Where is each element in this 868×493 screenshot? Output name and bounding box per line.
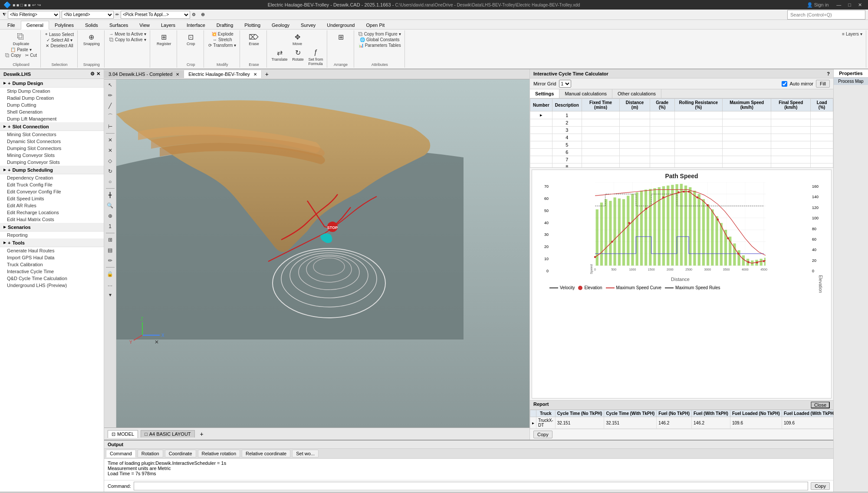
tab-survey[interactable]: Survey	[295, 21, 321, 29]
tab-close-1[interactable]: ✕	[176, 72, 179, 77]
tool-cursor[interactable]: ↖	[105, 80, 115, 90]
fill-button[interactable]: Fill	[816, 80, 830, 88]
tab-surfaces[interactable]: Surfaces	[104, 21, 134, 29]
report-copy-button[interactable]: Copy	[533, 431, 552, 438]
sidebar-item-dump-cutting[interactable]: Dump Cutting	[0, 101, 104, 108]
output-tab-rotation[interactable]: Rotation	[138, 450, 163, 457]
output-tab-set-wo[interactable]: Set wo...	[292, 450, 319, 457]
sidebar-item-mining-conveyor[interactable]: Mining Conveyor Slots	[0, 152, 104, 159]
cut-button[interactable]: ✂ Cut	[23, 52, 39, 58]
sidebar-item-shell-gen[interactable]: Shell Generation	[0, 108, 104, 115]
add-tab-button[interactable]: +	[197, 430, 206, 438]
tool-1[interactable]: 1	[105, 222, 115, 231]
tool-cross2[interactable]: ╋	[105, 190, 115, 200]
output-tab-command[interactable]: Command	[106, 450, 136, 457]
tool-x2[interactable]: ✕	[105, 146, 115, 155]
sidebar-section-slot-connection[interactable]: ▸ + Slot Connection	[0, 122, 104, 131]
command-input[interactable]	[134, 482, 809, 490]
explode-button[interactable]: 💥 Explode	[210, 31, 235, 37]
tool-down[interactable]: ▾	[105, 290, 115, 300]
sidebar-settings-icon[interactable]: ⚙	[90, 71, 95, 77]
sidebar-close-icon[interactable]: ✕	[96, 71, 100, 77]
tool-circle[interactable]: ○	[105, 177, 115, 186]
tab-layers[interactable]: Layers	[155, 21, 181, 29]
sidebar-item-dynamic-slot[interactable]: Dynamic Slot Connectors	[0, 138, 104, 145]
tool-zoom2[interactable]: ⊕	[105, 211, 115, 221]
report-table-container[interactable]: Truck Cycle Time (No TkPH) Cycle Time (W…	[530, 410, 833, 429]
viewport-tab-completed[interactable]: 3.04 Deswik.LHS - Completed ✕	[104, 70, 184, 78]
data-table-container[interactable]: Number Description Fixed Time (mins) Dis…	[530, 98, 833, 168]
model-tab[interactable]: ⊡ MODEL	[108, 430, 138, 438]
layout-tab[interactable]: □ A4 BASIC LAYOUT	[141, 430, 194, 437]
tool-cross[interactable]: ✕	[105, 135, 115, 145]
viewport-tab-main[interactable]: Electric Haulage-BEV-Trolley ✕	[184, 70, 261, 78]
tab-interface[interactable]: Interface	[181, 21, 211, 29]
transform-button[interactable]: ⟳ Transform▾	[207, 42, 238, 48]
tab-plotting[interactable]: Plotting	[239, 21, 266, 29]
output-tab-coordinate[interactable]: Coordinate	[165, 450, 196, 457]
sidebar-section-scenarios[interactable]: ▸ Scenarios	[0, 223, 104, 232]
sidebar-item-underground[interactable]: Underground LHS (Preview)	[0, 282, 104, 289]
translate-button[interactable]: ⇄ Translate	[270, 47, 289, 67]
copy-output-button[interactable]: Copy	[811, 482, 830, 490]
parameters-tables-button[interactable]: 📊 Parameters Tables	[357, 42, 403, 48]
paste-button[interactable]: 📋 Paste▾	[9, 47, 33, 52]
tab-polylines[interactable]: Polylines	[49, 21, 79, 29]
sidebar-item-reporting[interactable]: Reporting	[0, 232, 104, 238]
sidebar-item-conveyor-config[interactable]: Edit Conveyor Config File	[0, 188, 104, 195]
sidebar-item-dumping-slot[interactable]: Dumping Slot Connectors	[0, 145, 104, 152]
tab-close-2[interactable]: ✕	[253, 72, 257, 77]
tab-openpit[interactable]: Open Pit	[360, 21, 390, 29]
snapping-button[interactable]: ⊕ Snapping	[82, 31, 102, 47]
tool-pencil[interactable]: ✏	[105, 91, 115, 100]
set-from-formula-button[interactable]: ƒ Set fromFormula	[307, 47, 325, 67]
tab-underground[interactable]: Underground	[321, 21, 360, 29]
sidebar-item-haul-matrix[interactable]: Edit Haul Matrix Costs	[0, 216, 104, 223]
deselect-all-button[interactable]: ✕ Deselect All	[44, 43, 75, 49]
sidebar-item-radial-dump[interactable]: Radial Dump Creation	[0, 95, 104, 101]
sidebar-section-tools[interactable]: ▸ + Tools	[0, 238, 104, 247]
row-expand[interactable]: ▸	[530, 417, 536, 429]
sidebar-item-cycle-time[interactable]: Interactive Cycle Time	[0, 268, 104, 275]
sidebar-item-ar-rules[interactable]: Edit AR Rules	[0, 202, 104, 209]
sidebar-item-speed-limits[interactable]: Edit Speed Limits	[0, 195, 104, 202]
settings-tab[interactable]: Settings	[530, 89, 559, 98]
sidebar-section-dump-scheduling[interactable]: ▸ + Dump Scheduling	[0, 166, 104, 174]
sidebar-item-dependency[interactable]: Dependency Creation	[0, 174, 104, 181]
sidebar-item-qd-cycle[interactable]: Q&D Cycle Time Calculation	[0, 275, 104, 282]
manual-calc-tab[interactable]: Manual calculations	[559, 89, 612, 98]
arrange-button[interactable]: ⊞	[333, 31, 349, 42]
tool-more[interactable]: …	[105, 280, 115, 289]
tool-measure[interactable]: ⊢	[105, 122, 115, 131]
sidebar-item-dump-lift[interactable]: Dump Lift Management	[0, 115, 104, 122]
other-calc-tab[interactable]: Other calculations	[612, 89, 661, 98]
process-map-tab[interactable]: Process Map	[834, 78, 868, 85]
select-all-button[interactable]: ✓ Select All▾	[45, 37, 74, 43]
register-button[interactable]: ⊞ Register	[155, 31, 173, 47]
rotate-button[interactable]: ↻ Rotate	[290, 47, 306, 67]
lasso-select-button[interactable]: ⌖ Lasso Select	[43, 31, 76, 37]
sidebar-item-truck-cal[interactable]: Truck Calibration	[0, 261, 104, 268]
duplicate-button[interactable]: ⿻ Duplicate	[11, 31, 31, 47]
report-close-button[interactable]: Close	[811, 402, 830, 408]
filter-dropdown[interactable]: <No Filtering>	[8, 11, 60, 19]
crop-button[interactable]: ⊡ Crop	[183, 31, 199, 47]
tab-solids[interactable]: Solids	[79, 21, 104, 29]
viewport-tab-add[interactable]: +	[262, 69, 272, 79]
auto-mirror-checkbox[interactable]	[782, 81, 787, 87]
search-input[interactable]	[787, 10, 865, 20]
tab-drafting[interactable]: Drafting	[211, 21, 239, 29]
tool-table[interactable]: ▤	[105, 245, 115, 255]
global-constants-button[interactable]: 🌐 Global Constants	[358, 37, 401, 42]
copy-button[interactable]: ⿻ Copy	[3, 52, 23, 58]
output-tab-relative-coordinate[interactable]: Relative coordinate	[242, 450, 290, 457]
preset-dropdown[interactable]: <Pick Preset To Appl...>	[121, 11, 190, 19]
sidebar-item-mining-slot[interactable]: Mining Slot Connectors	[0, 131, 104, 138]
tool-zoom[interactable]: 🔍	[105, 201, 115, 210]
erase-button[interactable]: ⌦ Erase	[246, 31, 262, 47]
sidebar-item-generate-routes[interactable]: Generate Haul Routes	[0, 247, 104, 254]
properties-tab[interactable]: Properties	[834, 69, 868, 77]
sidebar-item-truck-config[interactable]: Edit Truck Config File	[0, 181, 104, 188]
terrain-3d-view[interactable]: STOP X Z Y ✕	[116, 79, 529, 428]
tool-line[interactable]: ╱	[105, 101, 115, 111]
